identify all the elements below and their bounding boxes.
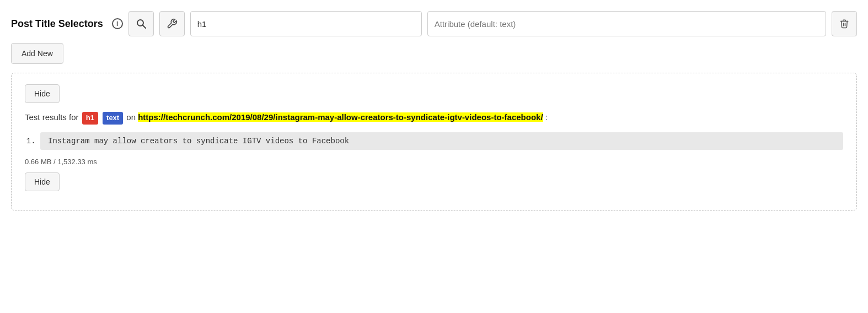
page-container: Post Title Selectors i Add New: [11, 11, 857, 211]
selector-input[interactable]: [190, 11, 422, 36]
svg-line-1: [142, 25, 146, 29]
header-row: Post Title Selectors i: [11, 11, 857, 36]
wrench-button[interactable]: [159, 11, 185, 36]
trash-icon: [839, 18, 849, 29]
delete-button[interactable]: [832, 11, 857, 36]
stats-line: 0.66 MB / 1,532.33 ms: [25, 158, 843, 166]
colon: :: [545, 112, 548, 122]
hide-top-button[interactable]: Hide: [25, 84, 60, 103]
test-results-line: Test results for h1 text on https://tech…: [25, 111, 843, 125]
search-icon: [136, 18, 147, 29]
add-new-row: Add New: [11, 43, 857, 64]
add-new-button[interactable]: Add New: [11, 43, 63, 64]
search-button[interactable]: [128, 11, 154, 36]
list-item: Instagram may allow creators to syndicat…: [40, 132, 843, 150]
test-results-prefix: Test results for: [25, 112, 79, 122]
results-panel: Hide Test results for h1 text on https:/…: [11, 73, 857, 211]
on-text: on: [126, 112, 136, 122]
result-url: https://techcrunch.com/2019/08/29/instag…: [138, 112, 543, 122]
info-icon[interactable]: i: [112, 18, 123, 29]
hide-bottom-button[interactable]: Hide: [25, 172, 60, 191]
badge-h1: h1: [82, 112, 98, 125]
result-list: Instagram may allow creators to syndicat…: [40, 132, 843, 150]
badge-text: text: [103, 112, 123, 125]
attribute-input[interactable]: [427, 11, 826, 36]
wrench-icon: [167, 18, 178, 29]
section-title: Post Title Selectors: [11, 18, 103, 30]
